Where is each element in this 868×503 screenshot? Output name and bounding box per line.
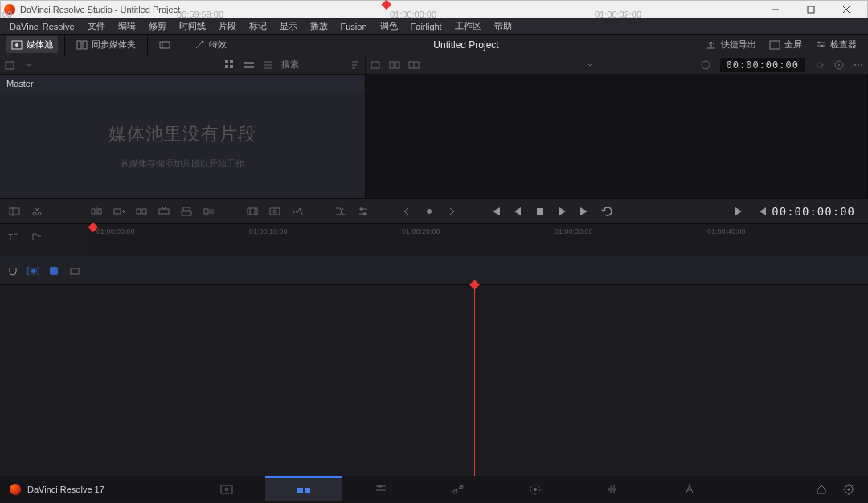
page-edit[interactable] (342, 476, 420, 501)
stop-button[interactable] (530, 202, 550, 221)
viewer-menu[interactable] (849, 55, 868, 75)
append-button[interactable] (109, 202, 129, 221)
viewer-opt1[interactable] (810, 55, 829, 75)
fullscreen-label: 全屏 (784, 39, 802, 51)
viewer-tool3[interactable] (404, 55, 424, 75)
nav-prev-button[interactable] (397, 202, 416, 221)
frame-icon (159, 39, 170, 51)
go-end-button[interactable] (575, 202, 595, 221)
transitions-tool1[interactable] (154, 37, 175, 53)
svg-rect-50 (182, 211, 191, 215)
menu-item[interactable]: 工作区 (448, 18, 488, 34)
inspector-label: 检查器 (830, 39, 857, 51)
svg-rect-21 (230, 65, 233, 68)
search-input[interactable]: 搜索 (281, 59, 346, 71)
media-pool-toggle[interactable]: 媒体池 (6, 36, 58, 53)
track-opt-a[interactable]: T (3, 227, 23, 247)
viewer-tool2[interactable] (385, 55, 404, 75)
master-bin-row[interactable]: Master (0, 75, 365, 92)
timeline-tracks[interactable] (88, 285, 868, 476)
page-cut[interactable] (265, 476, 342, 501)
track-headers[interactable] (0, 285, 88, 476)
source-overwrite-button[interactable] (199, 202, 219, 221)
page-deliver[interactable] (651, 476, 728, 501)
project-settings-button[interactable] (839, 480, 858, 499)
menu-item[interactable]: 显示 (273, 18, 304, 34)
quick-export-button[interactable]: 快捷导出 (701, 36, 761, 53)
marker-tool-button[interactable]: [◉] (26, 261, 42, 280)
sync-bin-icon (76, 39, 88, 51)
svg-line-43 (34, 207, 39, 212)
nav-marker-button[interactable] (420, 202, 439, 221)
transition-button[interactable] (331, 202, 350, 221)
svg-rect-51 (183, 207, 190, 211)
menu-item[interactable]: 时间线 (173, 18, 212, 34)
playhead[interactable] (474, 285, 475, 476)
play-reverse-button[interactable] (508, 202, 527, 221)
ruler-tick: 01:00:00:00 (96, 227, 135, 235)
menu-item[interactable]: Fusion (334, 20, 374, 33)
go-start-button[interactable] (485, 202, 505, 221)
place-on-top-button[interactable] (177, 202, 196, 221)
next-clip-button[interactable] (730, 202, 749, 221)
svg-rect-29 (395, 62, 399, 68)
loop-button[interactable] (598, 202, 617, 221)
page-fusion[interactable] (420, 476, 497, 501)
viewer-timecode[interactable]: 00:00:00:00 (720, 58, 805, 72)
thumbnails-view-button[interactable] (220, 55, 240, 75)
page-media[interactable] (188, 476, 265, 501)
timeline-area: T 01:00:00:0001:00:10:0001:00:20:0001:00… (0, 224, 868, 476)
menu-item[interactable]: 标记 (243, 18, 273, 34)
menu-item[interactable]: 片段 (212, 18, 243, 34)
tool-c-button[interactable] (288, 202, 307, 221)
menu-item[interactable]: 文件 (81, 18, 112, 34)
play-button[interactable] (553, 202, 572, 221)
sync-bin-toggle[interactable]: 同步媒体夹 (72, 36, 141, 53)
workspace-toolbar: 媒体池 同步媒体夹 特效 Untitled Project 快捷导出 全屏 检查… (0, 35, 868, 55)
menu-item[interactable]: Fairlight (404, 20, 448, 33)
strip-view-button[interactable] (240, 55, 259, 75)
svg-rect-45 (98, 209, 101, 214)
menu-item[interactable]: DaVinci Resolve (3, 20, 81, 33)
inspector-button[interactable]: 检查器 (810, 36, 862, 53)
tool-b-button[interactable] (265, 202, 285, 221)
master-timecode[interactable]: 00:00:00:00 (772, 205, 863, 218)
import-button[interactable] (0, 55, 19, 75)
window-close-button[interactable] (829, 1, 864, 18)
window-maximize-button[interactable] (793, 1, 829, 18)
window-minimize-button[interactable] (758, 1, 793, 18)
prev-clip-button[interactable] (752, 202, 772, 221)
track-opt-b[interactable] (27, 227, 47, 247)
menu-item[interactable]: 帮助 (488, 18, 518, 34)
insert-clip-button[interactable] (5, 202, 24, 221)
ripple-overwrite-button[interactable] (132, 202, 151, 221)
close-up-button[interactable] (154, 202, 174, 221)
sub-toolbar: 搜索 00:00:00:00 (0, 55, 868, 75)
menu-item[interactable]: 播放 (304, 18, 334, 34)
flag-tool-button[interactable] (47, 261, 63, 280)
page-fairlight[interactable] (574, 476, 651, 501)
scissors-button[interactable] (27, 202, 47, 221)
viewer-opt2[interactable] (829, 55, 849, 75)
snap-button[interactable] (5, 261, 21, 280)
tool-a-button[interactable] (243, 202, 262, 221)
list-view-button[interactable] (259, 55, 278, 75)
home-button[interactable] (812, 480, 831, 499)
viewer-tool1[interactable] (366, 55, 385, 75)
menu-item[interactable]: 调色 (374, 18, 404, 34)
viewer-panel[interactable] (366, 75, 868, 198)
zoom-dropdown[interactable] (580, 55, 600, 75)
settings-sliders-button[interactable] (354, 202, 373, 221)
dropdown-arrow[interactable] (19, 55, 39, 75)
smart-insert-button[interactable] (87, 202, 106, 221)
page-color[interactable] (497, 476, 574, 501)
nav-next-button[interactable] (442, 202, 461, 221)
upper-ruler[interactable]: 01:00:00:0001:00:10:0001:00:20:0001:00:3… (88, 224, 868, 256)
timecode-tc-icon[interactable] (696, 55, 715, 75)
sort-button[interactable] (346, 55, 365, 75)
menu-item[interactable]: 修剪 (142, 18, 173, 34)
view-tool-button[interactable] (67, 261, 83, 280)
effects-toggle[interactable]: 特效 (189, 36, 231, 53)
menu-item[interactable]: 编辑 (112, 18, 142, 34)
fullscreen-button[interactable]: 全屏 (764, 36, 807, 53)
